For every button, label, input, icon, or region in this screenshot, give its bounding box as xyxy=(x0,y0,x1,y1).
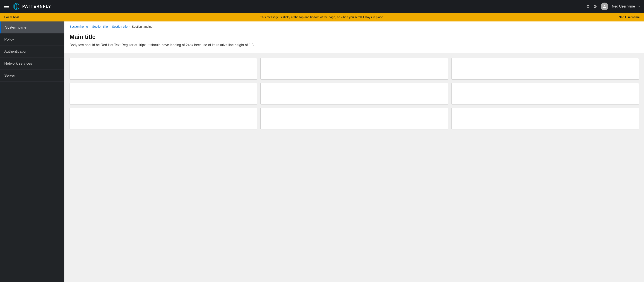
page-title: Main title xyxy=(70,34,639,40)
help-icon[interactable]: ⚙ xyxy=(593,4,597,9)
sidebar-item-policy[interactable]: Policy xyxy=(0,34,64,46)
sidebar-item-label: Authentication xyxy=(4,49,28,54)
brand-name: PATTERNFLY xyxy=(22,4,51,9)
settings-icon[interactable]: ⚙ xyxy=(586,4,590,9)
user-avatar-icon xyxy=(602,4,607,9)
cards-grid xyxy=(64,53,644,134)
sidebar-item-authentication[interactable]: Authentication xyxy=(0,46,64,58)
page-header: Main title Body text should be Red Hat T… xyxy=(64,30,644,53)
sidebar-item-label: Policy xyxy=(4,37,14,42)
sidebar-item-label: Network services xyxy=(4,62,32,66)
breadcrumb-section-home[interactable]: Section home xyxy=(70,25,88,28)
sidebar-item-label: System panel xyxy=(5,25,27,30)
breadcrumb-section-title-2[interactable]: Section title xyxy=(112,25,128,28)
card-6[interactable] xyxy=(452,83,639,104)
nav-right-section: ⚙ ⚙ Ned Username ▾ xyxy=(586,2,640,10)
breadcrumb-sep-1: › xyxy=(90,25,90,28)
banner-center-text: This message is sticky at the top and bo… xyxy=(39,16,605,19)
avatar[interactable] xyxy=(601,2,608,10)
sidebar-item-server[interactable]: Server xyxy=(0,70,64,82)
patternfly-logo-icon xyxy=(12,2,20,10)
card-1[interactable] xyxy=(70,58,257,80)
svg-point-3 xyxy=(604,5,605,6)
page-body-text: Body text should be Red Hat Text Regular… xyxy=(70,42,639,48)
top-navigation: PATTERNFLY ⚙ ⚙ Ned Username ▾ xyxy=(0,0,644,13)
user-dropdown-chevron[interactable]: ▾ xyxy=(638,5,640,8)
username-label[interactable]: Ned Username xyxy=(612,4,635,8)
breadcrumb-sep-2: › xyxy=(110,25,110,28)
card-2[interactable] xyxy=(260,58,448,80)
sticky-banner: Local host This message is sticky at the… xyxy=(0,13,644,22)
sidebar-item-system-panel[interactable]: System panel xyxy=(0,22,64,34)
main-content: Section home › Section title › Section t… xyxy=(64,22,644,282)
breadcrumb: Section home › Section title › Section t… xyxy=(64,22,644,30)
card-9[interactable] xyxy=(452,108,639,130)
card-8[interactable] xyxy=(260,108,448,130)
banner-left-text: Local host xyxy=(4,16,39,19)
card-3[interactable] xyxy=(452,58,639,80)
sidebar: System panel Policy Authentication Netwo… xyxy=(0,22,64,282)
hamburger-button[interactable] xyxy=(4,5,9,8)
card-5[interactable] xyxy=(260,83,448,104)
sidebar-item-label: Server xyxy=(4,74,15,78)
card-4[interactable] xyxy=(70,83,257,104)
brand-logo[interactable]: PATTERNFLY xyxy=(12,2,51,10)
banner-right-text: Ned Username xyxy=(605,16,640,19)
sidebar-item-network-services[interactable]: Network services xyxy=(0,58,64,70)
breadcrumb-sep-3: › xyxy=(129,25,130,28)
card-7[interactable] xyxy=(70,108,257,130)
breadcrumb-current: Section landing xyxy=(132,25,152,28)
breadcrumb-section-title-1[interactable]: Section title xyxy=(92,25,108,28)
